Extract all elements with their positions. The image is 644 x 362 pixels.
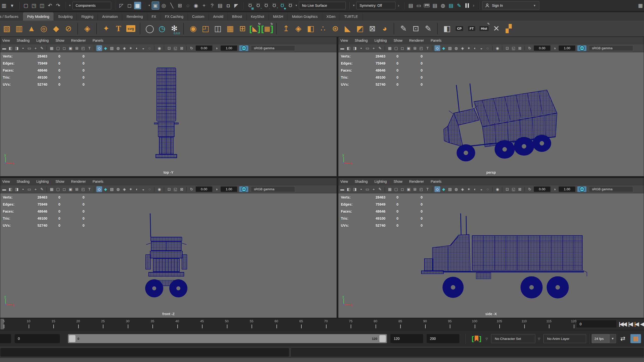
camera-lock-icon[interactable]: ◧	[8, 45, 13, 51]
viewport-menu-shading[interactable]: Shading	[17, 38, 29, 42]
collapse-chevron-icon[interactable]: ›	[398, 3, 399, 8]
render-globals-icon[interactable]: ◍	[439, 2, 447, 9]
workspace-cube-icon[interactable]: ▦	[637, 2, 644, 9]
grid-icon[interactable]: ▦	[387, 45, 393, 51]
duplicate-view-icon[interactable]: ◱	[511, 45, 516, 51]
camera-attributes-icon[interactable]: ◨	[14, 186, 20, 192]
motion-blur-icon[interactable]: ◌	[147, 186, 152, 192]
snap-view-plane-icon[interactable]: Ω	[287, 2, 294, 9]
shelf-tab-rendering[interactable]: Rendering	[122, 12, 147, 21]
file-open-icon[interactable]: ◳	[30, 2, 37, 9]
chevron-down-icon[interactable]: ▾	[69, 4, 71, 7]
textured-icon[interactable]: ▧	[447, 186, 453, 192]
shelf-tab-bifrost[interactable]: Bifrost	[228, 12, 247, 21]
use-default-material-icon[interactable]: ◍	[453, 45, 459, 51]
gamma-icon[interactable]: ◑	[214, 45, 219, 51]
aspect-ratio-icon[interactable]: ⊠	[517, 186, 523, 192]
colorspace-dropdown[interactable]: sRGB gamma	[589, 45, 633, 51]
gate-mask-icon[interactable]: ▣	[406, 186, 412, 192]
bookmark-icon[interactable]: ▪	[358, 186, 364, 192]
aspect-ratio-icon[interactable]: ⊠	[179, 186, 185, 192]
select-tool-icon[interactable]: ▣	[152, 2, 159, 10]
wireframe-on-shaded-icon[interactable]: ◈	[460, 186, 465, 192]
resolution-gate-icon[interactable]: ◻	[399, 186, 405, 192]
viewport-menu-show[interactable]: Show	[56, 38, 64, 42]
grid-icon[interactable]: ▦	[49, 186, 55, 192]
render-settings-icon[interactable]: ▤	[431, 2, 438, 9]
file-save-icon[interactable]: ◫	[38, 2, 46, 9]
platonic-solid-icon[interactable]: ◈	[82, 23, 93, 34]
gamma-field[interactable]: 1.00	[559, 46, 575, 51]
viewport-menu-view[interactable]: View	[340, 38, 348, 42]
lasso-select-icon[interactable]: ◎	[160, 2, 167, 9]
viewport-menu-panels[interactable]: Panels	[93, 38, 103, 42]
viewport-menu-shading[interactable]: Shading	[355, 179, 368, 184]
animation-end-field[interactable]: 200	[427, 334, 459, 343]
highlight-selection-icon[interactable]: ◤	[233, 2, 240, 9]
gamma-icon[interactable]: ◑	[214, 186, 219, 192]
color-management-toggle[interactable]: ON	[577, 186, 586, 192]
open-cube-icon[interactable]: ◧	[305, 23, 316, 34]
center-pivot-badge[interactable]: CP	[454, 23, 465, 34]
field-chart-icon[interactable]: ⊞	[74, 186, 80, 192]
field-chart-icon[interactable]: ⊞	[412, 45, 418, 51]
lock-selection-icon[interactable]: ◘	[225, 2, 232, 9]
select-hierarchy-icon[interactable]: ◸	[118, 2, 125, 9]
snapshot-icon[interactable]: ⊡	[504, 186, 510, 192]
viewport-menu-panels[interactable]: Panels	[431, 179, 441, 184]
exposure-field[interactable]: 0.00	[534, 187, 550, 192]
use-default-material-icon[interactable]: ◍	[115, 186, 121, 192]
color-management-toggle[interactable]: ON	[239, 186, 248, 192]
marking-menu-icon[interactable]: ⊞	[176, 2, 183, 9]
viewport-menu-shading[interactable]: Shading	[355, 38, 368, 42]
motion-blur-icon[interactable]: ◌	[147, 45, 152, 51]
camera-lock-icon[interactable]: ◧	[346, 186, 351, 192]
gamma-icon[interactable]: ◑	[552, 186, 557, 192]
pick-chooser-icon[interactable]: ▤	[217, 2, 224, 9]
ipr-render-icon[interactable]: IPR	[423, 2, 430, 9]
connect-icon[interactable]: ✎	[423, 23, 433, 34]
safe-title-icon[interactable]: T	[425, 186, 430, 192]
chevron-down-icon[interactable]: ▾	[353, 4, 355, 7]
camera-icon[interactable]: ▬	[1, 45, 7, 51]
grid-icon[interactable]: ▦	[387, 186, 393, 192]
safe-action-icon[interactable]: ◰	[80, 45, 86, 51]
make-live-icon[interactable]: Ω◆	[279, 2, 286, 9]
pan-zoom-icon[interactable]: +	[371, 186, 377, 192]
render-sequence-icon[interactable]: ▤	[448, 2, 455, 9]
use-default-material-icon[interactable]: ◍	[115, 45, 121, 51]
resolution-gate-icon[interactable]: ◻	[399, 45, 405, 51]
viewport-menu-shading[interactable]: Shading	[17, 179, 29, 184]
isolate-select-icon[interactable]: ◉	[156, 45, 162, 51]
screen-space-ao-icon[interactable]: ◒	[140, 45, 146, 51]
viewport-canvas[interactable]: Verts:2846300Edges:7594900Faces:4864600T…	[0, 52, 337, 176]
viewport-menu-show[interactable]: Show	[394, 38, 403, 42]
range-slider[interactable]: 0 120	[68, 334, 387, 343]
safe-title-icon[interactable]: T	[425, 45, 430, 51]
isolate-select-icon[interactable]: ◉	[495, 186, 500, 192]
fps-dropdown-button[interactable]: ▼	[609, 334, 616, 343]
reduce-icon[interactable]: ▞	[503, 23, 514, 34]
bookmark-icon[interactable]: ▪	[20, 45, 26, 51]
playblast-options-button[interactable]: ▤	[630, 334, 641, 343]
animation-start-field[interactable]	[0, 334, 11, 343]
snapshot-icon[interactable]: ⊡	[504, 45, 510, 51]
shaded-icon[interactable]: ◆	[103, 186, 108, 192]
viewport-menu-lighting[interactable]: Lighting	[36, 38, 49, 42]
resolution-gate-icon[interactable]: ◻	[61, 45, 67, 51]
panel-caret-icon[interactable]: ▾	[9, 2, 16, 9]
camera-icon[interactable]: ▬	[339, 45, 345, 51]
range-end-handle[interactable]	[379, 335, 386, 342]
command-line-input[interactable]	[1, 348, 289, 356]
shaded-icon[interactable]: ◆	[441, 45, 447, 51]
playback-end-field[interactable]: 120	[390, 334, 423, 343]
shadows-icon[interactable]: ◐	[134, 45, 140, 51]
wireframe-on-shaded-icon[interactable]: ◈	[122, 45, 127, 51]
screen-space-ao-icon[interactable]: ◒	[478, 45, 484, 51]
playback-start-field[interactable]: 0	[15, 334, 60, 343]
grease-pencil-icon[interactable]: ✎	[377, 186, 383, 192]
transform-component-icon[interactable]: ⊠	[367, 23, 378, 34]
pan-zoom-icon[interactable]: +	[33, 45, 38, 51]
shelf-tab-sculpting[interactable]: Sculpting	[54, 12, 77, 21]
file-new-icon[interactable]: ▢	[22, 2, 29, 9]
